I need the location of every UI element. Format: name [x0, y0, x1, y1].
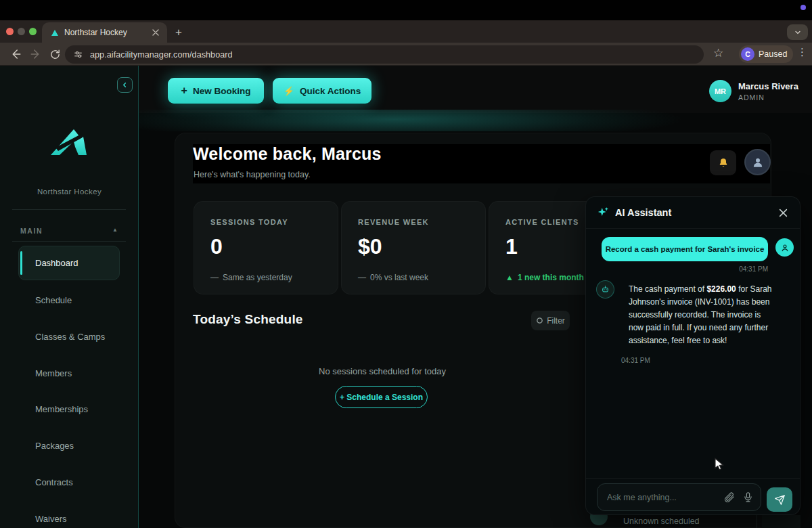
ai-assistant-panel: AI Assistant Record a cash payment for S…: [585, 196, 800, 515]
chat-bot-message: The cash payment of $226.00 for Sarah Jo…: [629, 283, 774, 347]
recording-indicator-dot: [800, 5, 806, 10]
active-item-accent-bar: [20, 251, 22, 275]
tab-title: Northstar Hockey: [64, 28, 151, 37]
site-favicon-icon: [51, 30, 58, 36]
notifications-button[interactable]: [710, 150, 736, 175]
browser-tab[interactable]: Northstar Hockey: [42, 22, 167, 43]
bell-icon: [718, 158, 729, 169]
sidebar-item-members[interactable]: Members: [18, 360, 127, 387]
sparkle-icon: [597, 206, 609, 219]
background-panel-fragment: [762, 515, 800, 528]
sidebar-item-classes-camps[interactable]: Classes & Camps: [18, 324, 127, 351]
chat-bot-avatar: [596, 280, 614, 299]
sidebar-item-schedule[interactable]: Schedule: [18, 287, 127, 314]
welcome-banner: Welcome back, Marcus Here's what's happe…: [193, 144, 770, 183]
sidebar-collapse-button[interactable]: [117, 77, 133, 93]
filter-icon: [536, 317, 543, 324]
empty-state-text: No sessions scheduled for today: [193, 366, 572, 376]
bookmark-star-icon[interactable]: ☆: [713, 46, 723, 60]
payment-amount: $226.00: [706, 284, 736, 294]
new-tab-button[interactable]: +: [171, 24, 187, 41]
microphone-icon[interactable]: [742, 491, 754, 506]
window-close-button[interactable]: [6, 28, 14, 35]
section-collapse-icon[interactable]: ▲: [112, 227, 118, 233]
attachment-icon[interactable]: [723, 491, 735, 506]
close-icon[interactable]: [777, 206, 789, 219]
sidebar-item-memberships[interactable]: Memberships: [18, 396, 127, 423]
assistant-title: AI Assistant: [615, 207, 771, 218]
reload-button[interactable]: [46, 45, 64, 63]
profile-sync-status: Paused: [759, 49, 787, 59]
org-name: Northstar Hockey: [0, 188, 139, 196]
page-subtitle: Here's what's happening today.: [194, 170, 311, 179]
new-booking-label: New Booking: [193, 86, 251, 96]
forward-button[interactable]: [27, 45, 45, 63]
stat-value: 0: [210, 234, 321, 259]
sidebar-section-main[interactable]: MAIN: [20, 227, 43, 235]
stat-card-revenue-week: REVENUE WEEK $0 —0% vs last week: [341, 201, 486, 294]
stat-label: REVENUE WEEK: [358, 218, 469, 226]
brand-logo: [49, 127, 89, 161]
browser-menu-icon[interactable]: ⋮: [797, 46, 807, 58]
message-timestamp: 04:31 PM: [621, 357, 650, 364]
background-session-label: Unknown scheduled: [623, 516, 700, 526]
screen: Northstar Hockey + app.aifacilitymanager…: [0, 0, 812, 528]
plus-icon: +: [181, 85, 187, 97]
stat-delta: —Same as yesterday: [210, 273, 321, 282]
robot-icon: [600, 284, 610, 294]
assistant-input-bar: [586, 478, 800, 516]
profile-avatar: C: [741, 47, 754, 61]
new-booking-button[interactable]: + New Booking: [168, 78, 264, 104]
stat-delta: —0% vs last week: [358, 273, 469, 282]
divider: [757, 515, 757, 528]
page-title: Welcome back, Marcus: [193, 144, 382, 164]
user-role: ADMIN: [738, 93, 765, 102]
user-avatar[interactable]: MR: [709, 80, 731, 102]
filter-label: Filter: [547, 316, 565, 326]
back-button[interactable]: [7, 45, 24, 63]
message-timestamp: 04:31 PM: [602, 265, 768, 273]
lightning-icon: ⚡: [284, 86, 294, 96]
chat-user-message: Record a cash payment for Sarah's invoic…: [602, 237, 768, 261]
browser-profile-chip[interactable]: C Paused: [739, 45, 793, 63]
section-title-todays-schedule: Today’s Schedule: [193, 312, 303, 327]
person-icon: [780, 243, 790, 252]
person-icon: [751, 156, 765, 169]
stat-label: SESSIONS TODAY: [210, 218, 321, 226]
site-settings-icon[interactable]: [73, 49, 83, 60]
schedule-session-button[interactable]: + Schedule a Session: [335, 386, 428, 408]
divider: [12, 241, 126, 242]
quick-actions-button[interactable]: ⚡ Quick Actions: [273, 78, 371, 104]
assistant-input[interactable]: [597, 483, 761, 511]
url-text: app.aifacilitymanager.com/dashboard: [90, 50, 233, 60]
chat-user-avatar: [775, 238, 794, 257]
user-name: Marcus Rivera: [738, 81, 798, 91]
tab-search-button[interactable]: [787, 24, 808, 40]
sidebar-item-contracts[interactable]: Contracts: [18, 469, 127, 496]
header-glow: [139, 110, 812, 131]
macos-menu-strip: [0, 0, 812, 20]
divider: [12, 209, 126, 210]
tab-close-icon[interactable]: [151, 28, 160, 37]
send-button[interactable]: [767, 487, 792, 512]
mouse-cursor: [714, 458, 726, 474]
stat-card-sessions-today: SESSIONS TODAY 0 —Same as yesterday: [194, 201, 338, 294]
address-bar[interactable]: app.aifacilitymanager.com/dashboard: [65, 45, 704, 64]
sidebar-item-waivers[interactable]: Waivers: [18, 506, 127, 528]
assistant-header: AI Assistant: [586, 197, 800, 229]
sidebar-item-packages[interactable]: Packages: [18, 433, 127, 460]
quick-actions-label: Quick Actions: [300, 86, 361, 96]
window-minimize-button[interactable]: [18, 28, 25, 35]
window-zoom-button[interactable]: [29, 28, 37, 35]
stat-value: $0: [358, 234, 469, 259]
profile-button[interactable]: [744, 149, 771, 175]
filter-button[interactable]: Filter: [531, 311, 570, 330]
sidebar-item-label: Dashboard: [35, 246, 78, 280]
send-icon: [774, 494, 786, 506]
